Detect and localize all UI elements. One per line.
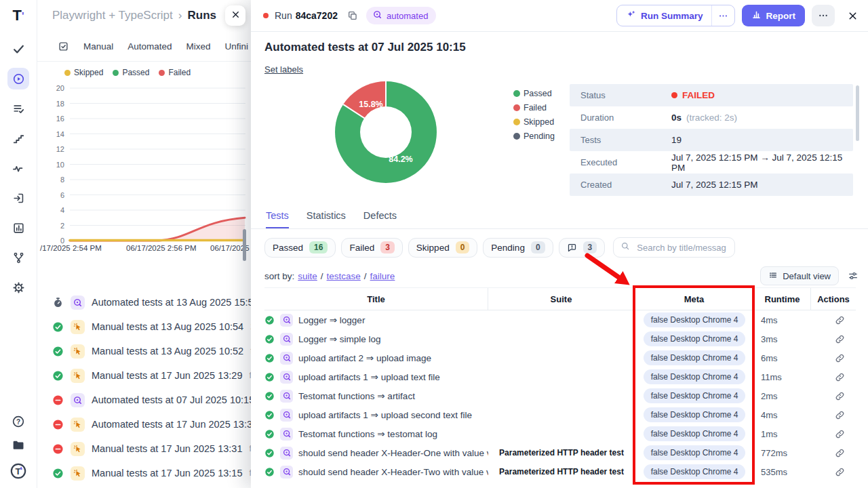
passed-icon (264, 448, 275, 458)
manual-icon (71, 418, 85, 432)
donut-legend-failed[interactable]: Failed (513, 103, 555, 113)
filter-passed[interactable]: Passed16 (264, 238, 336, 258)
sliders-icon[interactable] (848, 270, 859, 281)
svg-text:20: 20 (56, 84, 64, 92)
donut-legend-passed[interactable]: Passed (513, 89, 555, 98)
automated-badge[interactable]: automated (366, 7, 436, 24)
legend-failed[interactable]: Failed (159, 68, 191, 77)
tab-defects[interactable]: Defects (363, 210, 397, 228)
link-icon[interactable] (835, 429, 845, 439)
set-labels-link[interactable]: Set labels (264, 64, 303, 75)
trend-chart-svg: 02468101214161820 (37, 81, 251, 251)
test-row[interactable]: upload artifact 2 ⇒ upload imagefalse De… (264, 348, 856, 367)
run-list-item[interactable]: Manual tests at 17 Jun 2025 13:31from (37, 436, 251, 461)
sort-by-failure[interactable]: failure (370, 271, 395, 281)
passed-icon (264, 467, 275, 477)
default-view-button[interactable]: Default view (760, 266, 839, 285)
sidebar-item-bar-chart[interactable] (7, 217, 29, 239)
stairs-icon (12, 132, 25, 145)
sidebar-item-check[interactable] (7, 38, 29, 60)
sidebar-item-branch[interactable] (7, 247, 29, 268)
sidebar-item-stairs[interactable] (7, 127, 29, 149)
run-list-item[interactable]: Manual tests at 17 Jun 2025 13:29from (37, 363, 251, 388)
sidebar-item-list-check[interactable] (7, 98, 29, 119)
run-list-item[interactable]: Manual tests at 17 Jun 2025 13:15from (37, 461, 251, 485)
test-row[interactable]: should send header X-Header-One with val… (264, 443, 856, 462)
donut-legend-skipped[interactable]: Skipped (513, 117, 555, 127)
automated-icon (372, 9, 382, 22)
col-suite[interactable]: Suite (488, 288, 635, 310)
automated-icon (280, 447, 293, 460)
test-row[interactable]: Testomat functions ⇒ artifactfalse Deskt… (264, 386, 856, 405)
run-list-item[interactable]: Manual tests at 13 Aug 2025 10:542 (37, 314, 251, 339)
x-tick-label: 06/17/2025 2:56 PM (126, 244, 197, 252)
tab-mixed[interactable]: Mixed (186, 41, 211, 52)
panel-close-icon[interactable] (847, 10, 859, 22)
link-icon[interactable] (835, 372, 845, 382)
run-summary-more-button[interactable] (711, 5, 734, 26)
col-runtime[interactable]: Runtime (754, 288, 811, 310)
filter-skipped[interactable]: Skipped0 (408, 238, 477, 258)
filter-comments[interactable]: 3 (559, 238, 606, 258)
donut-legend-pending[interactable]: Pending (513, 131, 555, 141)
detail-scrollbar[interactable] (856, 85, 859, 141)
sidebar-folder[interactable] (12, 439, 25, 452)
link-icon[interactable] (835, 353, 845, 363)
test-runtime: 3ms (754, 334, 811, 344)
tab-tests[interactable]: Tests (266, 210, 289, 228)
run-list-item[interactable]: Automated tests at 07 Jul 2025 10:15 (37, 388, 251, 412)
breadcrumb-project[interactable]: Playwright + TypeScript (52, 9, 173, 22)
sidebar-item-sign-in[interactable] (7, 187, 29, 209)
link-icon[interactable] (835, 315, 845, 325)
panel-close-tab[interactable] (225, 5, 245, 26)
col-meta[interactable]: Meta (635, 288, 754, 310)
tab-unfinished[interactable]: Unfini (225, 41, 249, 52)
automated-icon (280, 314, 293, 327)
filter-failed[interactable]: Failed3 (341, 238, 402, 258)
sidebar-item-gear[interactable] (7, 277, 29, 298)
test-row[interactable]: Logger ⇒ simple logfalse Desktop Chrome … (264, 329, 856, 348)
link-icon[interactable] (835, 334, 845, 344)
test-row[interactable]: upload artifacts 1 ⇒ upload second text … (264, 405, 856, 424)
col-title[interactable]: Title (264, 288, 488, 310)
sort-by-suite[interactable]: suite (298, 271, 317, 281)
tab-automated[interactable]: Automated (127, 41, 172, 52)
sidebar-item-play-circle[interactable] (7, 68, 29, 89)
svg-text:12: 12 (56, 145, 64, 153)
link-icon[interactable] (835, 410, 845, 420)
link-icon[interactable] (835, 391, 845, 401)
more-actions-button[interactable] (812, 5, 835, 26)
filter-pending[interactable]: Pending0 (483, 238, 553, 258)
test-row[interactable]: should send header X-Header-Two with val… (264, 462, 856, 481)
tab-manual[interactable]: Manual (83, 41, 113, 52)
legend-skipped[interactable]: Skipped (64, 68, 103, 77)
search-input[interactable] (635, 242, 728, 253)
test-title: Logger ⇒ simple log (298, 333, 381, 344)
test-row[interactable]: upload artifacts 1 ⇒ upload text filefal… (264, 367, 856, 386)
breadcrumb: Playwright + TypeScript › Runs (37, 0, 251, 31)
app-logo[interactable]: T' (12, 5, 24, 26)
test-runtime: 11ms (754, 372, 811, 382)
run-summary-button[interactable]: Run Summary (616, 5, 735, 26)
link-icon[interactable] (835, 467, 845, 477)
list-check-icon (12, 102, 25, 115)
run-list-item[interactable]: Automated tests at 13 Aug 2025 15:53 (37, 290, 251, 314)
meta-badge: false Desktop Chrome 4 (644, 464, 746, 479)
run-list-item[interactable]: Automated tests at 17 Jun 2025 13:30 (37, 412, 251, 436)
select-runs-icon[interactable] (58, 41, 69, 52)
link-icon[interactable] (835, 448, 845, 458)
report-button[interactable]: Report (742, 5, 806, 26)
svg-text:6: 6 (60, 191, 64, 199)
sidebar-help[interactable]: ? (12, 415, 25, 428)
sidebar-avatar-logo[interactable]: T (9, 462, 27, 480)
test-row[interactable]: Testomat functions ⇒ testomat logfalse D… (264, 424, 856, 443)
automated-icon (71, 296, 85, 310)
tab-statistics[interactable]: Statistics (307, 210, 346, 228)
test-row[interactable]: Logger ⇒ loggerfalse Desktop Chrome 44ms (264, 310, 856, 329)
run-list-item[interactable]: Manual tests at 13 Aug 2025 10:52from (37, 339, 251, 363)
sidebar-item-activity[interactable] (7, 157, 29, 179)
runs-panel-scrollbar[interactable] (243, 229, 246, 261)
copy-icon[interactable] (347, 10, 358, 21)
sort-by-testcase[interactable]: testcase (327, 271, 361, 281)
legend-passed[interactable]: Passed (113, 68, 149, 77)
